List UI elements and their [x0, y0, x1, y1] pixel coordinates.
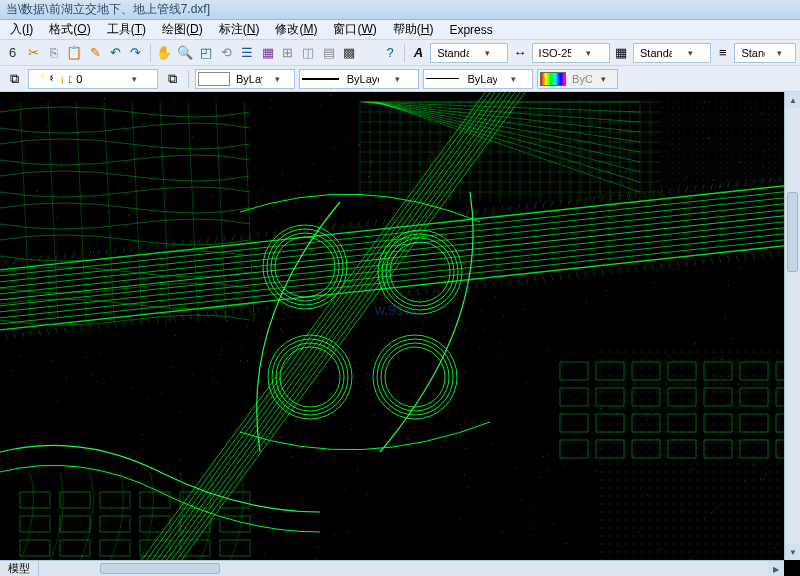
vertical-scrollbar[interactable]: ▲ ▼ [784, 92, 800, 560]
paste-icon[interactable]: 📋 [65, 43, 83, 63]
scroll-thumb[interactable] [100, 563, 220, 574]
svg-line-1541 [72, 252, 74, 258]
layer-state-icon-1: ❄ [45, 72, 53, 85]
svg-line-1672 [618, 268, 620, 274]
svg-line-1583 [249, 233, 251, 239]
svg-point-33 [381, 343, 449, 411]
svg-line-1588 [266, 305, 268, 311]
svg-line-1670 [610, 269, 612, 275]
menu-i[interactable]: 入(I) [4, 20, 39, 39]
redo-icon[interactable]: ↷ [127, 43, 144, 63]
svg-line-1604 [333, 298, 335, 304]
svg-line-1575 [215, 237, 217, 243]
svg-line-1697 [728, 182, 730, 188]
svg-line-1710 [778, 251, 780, 257]
svg-line-1570 [190, 314, 192, 320]
svg-line-1559 [148, 244, 150, 250]
num-icon[interactable]: 6 [4, 43, 21, 63]
svg-line-1655 [551, 201, 553, 207]
menu-n[interactable]: 标注(N) [213, 20, 266, 39]
svg-line-1682 [660, 263, 662, 269]
cad-drawing [0, 92, 800, 576]
svg-line-1645 [509, 205, 511, 211]
svg-line-1698 [728, 256, 730, 262]
copy-icon[interactable]: ⎘ [45, 43, 62, 63]
table-style-icon[interactable]: ▦ [613, 43, 630, 63]
menu-express[interactable]: Express [443, 22, 498, 38]
svg-line-1574 [207, 312, 209, 318]
svg-line-1538 [56, 328, 58, 334]
svg-line-1547 [98, 249, 100, 255]
calc-icon[interactable]: ▩ [341, 43, 358, 63]
blank-icon[interactable] [361, 43, 378, 63]
svg-line-1683 [669, 188, 671, 194]
scissors-icon[interactable]: ✂ [24, 43, 41, 63]
zoom-win-icon[interactable]: ◰ [197, 43, 214, 63]
svg-line-40 [132, 102, 142, 322]
tool-c-icon[interactable]: ▤ [320, 43, 337, 63]
ml-style-icon[interactable]: ≡ [714, 43, 731, 63]
svg-line-1665 [593, 196, 595, 202]
model-tab[interactable]: 模型 [0, 560, 39, 576]
dim-style-icon[interactable]: ↔ [511, 43, 528, 63]
menu-w[interactable]: 窗口(W) [327, 20, 382, 39]
svg-line-1676 [635, 266, 637, 272]
horizontal-scrollbar[interactable]: 模型 ▶ [0, 560, 784, 576]
menu-h[interactable]: 帮助(H) [387, 20, 440, 39]
svg-line-1650 [526, 278, 528, 284]
svg-line-1706 [761, 252, 763, 258]
layer-dropdown[interactable]: 💡❄🔒□ 0 ▾ [28, 69, 158, 89]
svg-line-1551 [114, 248, 116, 254]
menu-o[interactable]: 格式(O) [43, 20, 96, 39]
tool-a-icon[interactable]: ⊞ [279, 43, 296, 63]
help-icon[interactable]: ? [381, 43, 398, 63]
text-style-icon[interactable]: A [410, 43, 427, 63]
svg-line-1553 [123, 247, 125, 253]
svg-line-1572 [198, 313, 200, 319]
svg-line-1693 [711, 184, 713, 190]
color-dropdown[interactable]: ByLayer▾ [195, 69, 295, 89]
dc-icon[interactable]: ▦ [259, 43, 276, 63]
layer-tool-button[interactable]: ⧉ [162, 69, 182, 89]
svg-line-1668 [602, 269, 604, 275]
svg-line-1530 [22, 332, 24, 338]
svg-line-1699 [736, 181, 738, 187]
svg-line-1552 [114, 322, 116, 328]
layer-manager-button[interactable]: ⧉ [4, 69, 24, 89]
pan-icon[interactable]: ✋ [155, 43, 173, 63]
matchprop-icon[interactable]: ✎ [86, 43, 103, 63]
menu-d[interactable]: 绘图(D) [156, 20, 209, 39]
svg-line-1549 [106, 249, 108, 255]
linetype-dropdown[interactable]: ByLayer▾ [299, 69, 419, 89]
tool-b-icon[interactable]: ◫ [300, 43, 317, 63]
separator [404, 44, 405, 62]
lineweight-dropdown[interactable]: ByLayer▾ [423, 69, 533, 89]
zoom-prev-icon[interactable]: ⟲ [218, 43, 235, 63]
standard-toolbar: 6✂⎘📋✎↶↷ ✋🔍◰⟲☰▦⊞◫▤▩? A Standard▾ ↔ ISO-25… [0, 40, 800, 66]
svg-line-1622 [408, 290, 410, 296]
plotstyle-dropdown[interactable]: ByColor▾ [537, 69, 618, 89]
svg-line-1687 [686, 186, 688, 192]
scroll-down-button[interactable]: ▼ [785, 544, 800, 560]
svg-line-1684 [669, 262, 671, 268]
svg-line-1558 [140, 319, 142, 325]
scroll-thumb[interactable] [787, 192, 798, 272]
svg-line-1638 [476, 283, 478, 289]
text-style-dropdown[interactable]: Standard▾ [430, 43, 508, 63]
table-style-dropdown[interactable]: Standard▾ [633, 43, 711, 63]
drawing-viewport[interactable]: w.91w... ▲ ▼ 模型 ▶ [0, 92, 800, 576]
ml-style-dropdown[interactable]: Standard▾ [734, 43, 795, 63]
menu-t[interactable]: 工具(T) [101, 20, 152, 39]
svg-line-1586 [257, 306, 259, 312]
scroll-up-button[interactable]: ▲ [785, 92, 800, 108]
undo-icon[interactable]: ↶ [107, 43, 124, 63]
dim-style-dropdown[interactable]: ISO-25▾ [532, 43, 610, 63]
properties-icon[interactable]: ☰ [238, 43, 255, 63]
svg-line-39 [104, 102, 114, 322]
scroll-right-button[interactable]: ▶ [768, 561, 784, 576]
menu-m[interactable]: 修改(M) [269, 20, 323, 39]
svg-line-1702 [744, 254, 746, 260]
svg-line-1594 [291, 303, 293, 309]
zoom-rt-icon[interactable]: 🔍 [176, 43, 194, 63]
svg-line-1628 [434, 287, 436, 293]
